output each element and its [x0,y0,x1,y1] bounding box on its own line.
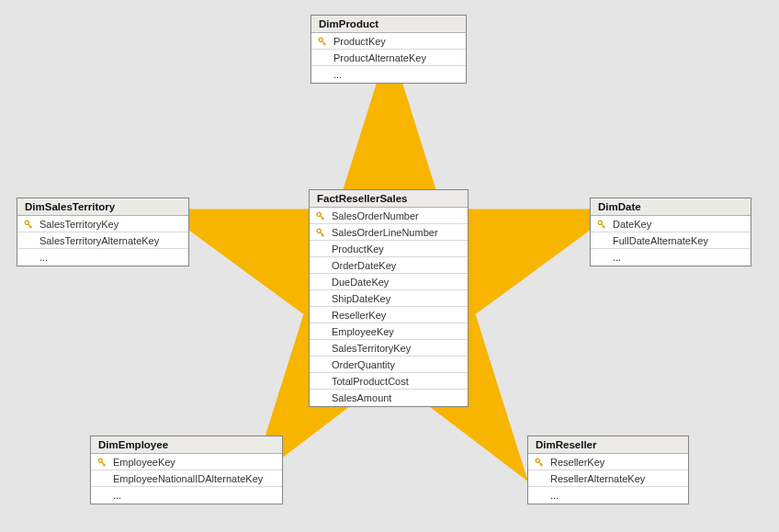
column-name: SalesOrderLineNumber [332,227,438,238]
blank-icon [594,234,609,247]
entity-title: DimProduct [311,16,466,33]
entity-dimproduct[interactable]: DimProduct ProductKeyProductAlternateKey… [310,15,467,84]
column-row[interactable]: EmployeeKey [310,323,468,340]
primary-key-icon [532,456,547,469]
blank-icon [313,292,328,305]
column-name: OrderQuantity [332,359,395,370]
column-row[interactable]: ... [91,487,282,504]
column-name: SalesTerritoryAlternateKey [40,235,159,246]
column-name: ProductAlternateKey [333,52,426,63]
entity-title: DimSalesTerritory [17,198,188,216]
column-row[interactable]: ... [311,66,466,83]
entity-title: DimEmployee [91,436,282,454]
column-name: SalesAmount [332,392,391,403]
column-row[interactable]: EmployeeKey [91,454,282,470]
column-name: ResellerKey [332,310,386,321]
column-name: ... [333,69,342,80]
primary-key-icon [313,226,328,239]
column-name: ResellerKey [550,457,604,468]
blank-icon [313,243,328,255]
column-row[interactable]: ProductAlternateKey [311,50,466,66]
column-row[interactable]: ResellerKey [528,454,688,470]
column-row[interactable]: SalesTerritoryKey [17,216,188,232]
column-name: EmployeeKey [332,326,394,337]
blank-icon [313,375,328,388]
column-row[interactable]: EmployeeNationalIDAlternateKey [91,470,282,487]
blank-icon [313,391,328,404]
column-row[interactable]: SalesTerritoryAlternateKey [17,232,188,249]
primary-key-icon [95,456,109,469]
entity-dimreseller[interactable]: DimReseller ResellerKeyResellerAlternate… [527,436,689,504]
column-row[interactable]: ProductKey [311,33,466,50]
column-name: ... [113,490,121,501]
column-row[interactable]: ... [528,487,688,504]
column-row[interactable]: SalesAmount [310,390,468,406]
column-name: ProductKey [332,243,384,255]
blank-icon [313,309,328,322]
entity-dimemployee[interactable]: DimEmployee EmployeeKeyEmployeeNationalI… [90,436,283,504]
blank-icon [21,234,36,247]
column-name: ... [40,252,48,263]
blank-icon [21,251,36,264]
column-name: ... [613,252,621,263]
column-row[interactable]: DueDateKey [310,274,468,290]
blank-icon [313,325,328,338]
entity-factresellersales[interactable]: FactResellerSales SalesOrderNumberSalesO… [309,189,469,407]
blank-icon [313,358,328,371]
column-name: ShipDateKey [332,293,390,304]
column-name: OrderDateKey [332,260,396,271]
column-row[interactable]: ResellerKey [310,307,468,323]
column-row[interactable]: SalesOrderNumber [310,208,468,224]
blank-icon [315,51,330,64]
blank-icon [313,276,328,289]
column-name: TotalProductCost [332,376,409,387]
entity-dimdate[interactable]: DimDate DateKeyFullDateAlternateKey... [590,198,751,266]
column-name: EmployeeNationalIDAlternateKey [113,473,263,484]
column-row[interactable]: FullDateAlternateKey [591,232,751,249]
column-row[interactable]: ... [591,249,751,266]
primary-key-icon [313,209,328,222]
entity-dimsalesterritory[interactable]: DimSalesTerritory SalesTerritoryKeySales… [17,198,189,266]
column-name: SalesTerritoryKey [332,343,411,354]
column-row[interactable]: OrderDateKey [310,257,468,274]
entity-title: DimReseller [528,436,688,454]
column-row[interactable]: SalesOrderLineNumber [310,224,468,241]
column-name: SalesOrderNumber [332,210,419,221]
blank-icon [532,489,547,502]
primary-key-icon [315,35,330,48]
column-row[interactable]: ... [17,249,188,266]
column-row[interactable]: SalesTerritoryKey [310,340,468,357]
entity-title: DimDate [591,198,751,216]
column-row[interactable]: OrderQuantity [310,357,468,373]
column-name: ResellerAlternateKey [550,473,645,484]
column-name: ... [550,490,559,501]
column-name: FullDateAlternateKey [613,235,708,246]
column-name: EmployeeKey [113,457,175,468]
column-name: SalesTerritoryKey [40,219,119,230]
column-row[interactable]: TotalProductCost [310,373,468,390]
blank-icon [313,342,328,355]
blank-icon [313,259,328,272]
blank-icon [95,489,109,502]
column-name: DueDateKey [332,277,389,288]
entity-title: FactResellerSales [310,190,468,208]
primary-key-icon [21,218,36,231]
column-name: ProductKey [333,36,386,47]
blank-icon [594,251,609,264]
column-row[interactable]: ResellerAlternateKey [528,470,688,487]
column-row[interactable]: ShipDateKey [310,290,468,307]
primary-key-icon [594,218,609,231]
blank-icon [315,68,330,81]
column-row[interactable]: ProductKey [310,241,468,257]
column-name: DateKey [613,219,651,230]
column-row[interactable]: DateKey [591,216,751,232]
blank-icon [95,472,109,485]
blank-icon [532,472,547,485]
